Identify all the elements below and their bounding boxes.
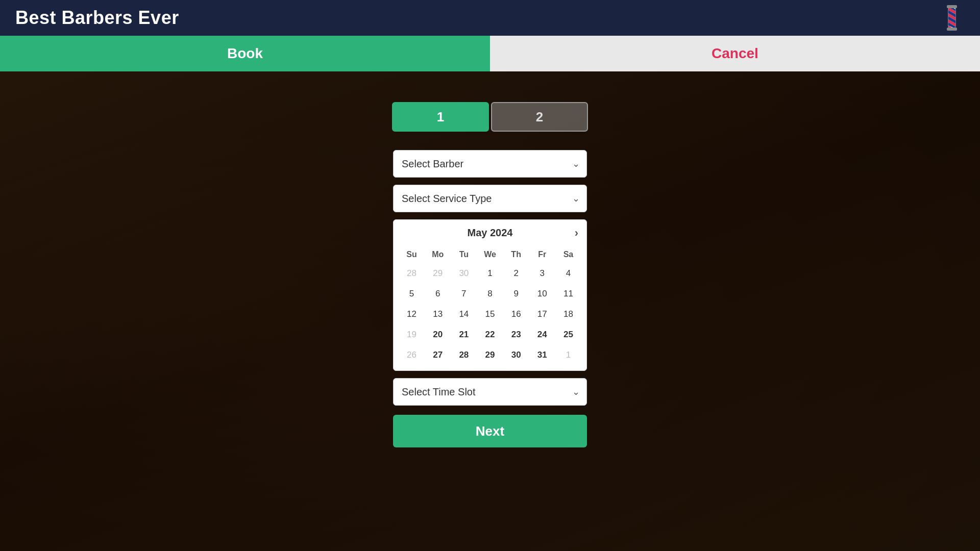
weekday-su: Su: [399, 246, 425, 263]
calendar-week-4: 19 20 21 22 23 24 25: [399, 324, 581, 345]
cal-day[interactable]: 28: [451, 345, 477, 365]
step-1-button[interactable]: 1: [392, 102, 489, 132]
step-indicators: 1 2: [392, 102, 588, 132]
cal-day[interactable]: 29: [477, 345, 503, 365]
cal-day[interactable]: 20: [425, 324, 451, 345]
service-dropdown-wrap: Select Service TypeHaircutShaveHaircut &…: [393, 185, 587, 212]
weekday-th: Th: [503, 246, 529, 263]
step-2-button[interactable]: 2: [491, 102, 588, 132]
cal-day[interactable]: 1: [477, 263, 503, 284]
cal-day[interactable]: 1: [555, 345, 581, 365]
cal-day[interactable]: 25: [555, 324, 581, 345]
calendar-grid: Su Mo Tu We Th Fr Sa 28 29 30 1 2 3 4: [394, 246, 586, 370]
calendar-week-3: 12 13 14 15 16 17 18: [399, 304, 581, 324]
calendar-next-button[interactable]: ›: [575, 227, 578, 240]
cal-day[interactable]: 16: [503, 304, 529, 324]
cal-day[interactable]: 30: [503, 345, 529, 365]
cal-day[interactable]: 29: [425, 263, 451, 284]
cal-day[interactable]: 24: [529, 324, 555, 345]
timeslot-select[interactable]: Select Time Slot9:00 AM10:00 AM11:00 AM1…: [393, 378, 587, 406]
cal-day[interactable]: 11: [555, 284, 581, 304]
app-title: Best Barbers Ever: [15, 7, 179, 29]
calendar-week-1: 28 29 30 1 2 3 4: [399, 263, 581, 284]
main-content: 1 2 Select BarberBarber 1Barber 2Barber …: [0, 71, 980, 447]
cal-day[interactable]: 18: [555, 304, 581, 324]
cal-day[interactable]: 30: [451, 263, 477, 284]
calendar: May 2024 › Su Mo Tu We Th Fr Sa 28 29: [393, 219, 587, 371]
weekday-we: We: [477, 246, 503, 263]
weekday-fr: Fr: [529, 246, 555, 263]
calendar-header: May 2024 ›: [394, 220, 586, 246]
calendar-week-2: 5 6 7 8 9 10 11: [399, 284, 581, 304]
cal-day[interactable]: 10: [529, 284, 555, 304]
cal-day[interactable]: 8: [477, 284, 503, 304]
weekday-sa: Sa: [555, 246, 581, 263]
cal-day[interactable]: 19: [399, 324, 425, 345]
cal-day[interactable]: 14: [451, 304, 477, 324]
cal-day[interactable]: 4: [555, 263, 581, 284]
booking-form: Select BarberBarber 1Barber 2Barber 3 ⌄ …: [393, 150, 587, 447]
book-button[interactable]: Book: [0, 36, 490, 71]
cal-day[interactable]: 5: [399, 284, 425, 304]
cal-day[interactable]: 27: [425, 345, 451, 365]
cancel-button[interactable]: Cancel: [490, 36, 980, 71]
cal-day[interactable]: 13: [425, 304, 451, 324]
cal-day[interactable]: 23: [503, 324, 529, 345]
cal-day[interactable]: 22: [477, 324, 503, 345]
cal-day[interactable]: 21: [451, 324, 477, 345]
svg-rect-3: [947, 5, 957, 8]
cal-day[interactable]: 7: [451, 284, 477, 304]
svg-rect-4: [947, 28, 957, 31]
navbar: Best Barbers Ever: [0, 0, 980, 36]
cal-day[interactable]: 9: [503, 284, 529, 304]
timeslot-dropdown-wrap: Select Time Slot9:00 AM10:00 AM11:00 AM1…: [393, 378, 587, 406]
action-bar: Book Cancel: [0, 36, 980, 71]
cal-day[interactable]: 17: [529, 304, 555, 324]
cal-day[interactable]: 15: [477, 304, 503, 324]
weekday-tu: Tu: [451, 246, 477, 263]
cal-day[interactable]: 12: [399, 304, 425, 324]
barber-dropdown-wrap: Select BarberBarber 1Barber 2Barber 3 ⌄: [393, 150, 587, 178]
cal-day[interactable]: 3: [529, 263, 555, 284]
cal-day[interactable]: 26: [399, 345, 425, 365]
calendar-week-5: 26 27 28 29 30 31 1: [399, 345, 581, 365]
cal-day[interactable]: 2: [503, 263, 529, 284]
barber-pole-icon: [939, 5, 965, 31]
service-select[interactable]: Select Service TypeHaircutShaveHaircut &…: [393, 185, 587, 212]
barber-select[interactable]: Select BarberBarber 1Barber 2Barber 3: [393, 150, 587, 178]
next-button[interactable]: Next: [393, 415, 587, 447]
cal-day[interactable]: 28: [399, 263, 425, 284]
calendar-month-year: May 2024: [468, 227, 513, 239]
cal-day[interactable]: 31: [529, 345, 555, 365]
calendar-weekdays: Su Mo Tu We Th Fr Sa: [399, 246, 581, 263]
cal-day[interactable]: 6: [425, 284, 451, 304]
weekday-mo: Mo: [425, 246, 451, 263]
